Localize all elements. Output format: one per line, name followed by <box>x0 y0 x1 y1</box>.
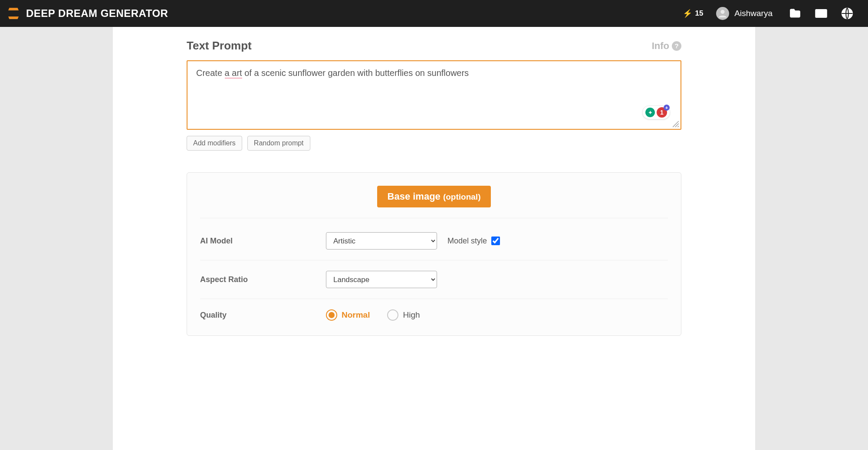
logo-icon <box>8 8 19 19</box>
folder-icon[interactable] <box>787 6 803 21</box>
grammarly-icon: ✦ <box>645 108 655 117</box>
ai-model-label: AI Model <box>200 236 326 246</box>
topbar: DEEP DREAM GENERATOR ⚡ 15 Aishwarya <box>0 0 868 27</box>
site-title: DEEP DREAM GENERATOR <box>26 7 168 20</box>
model-style-label: Model style <box>447 236 487 246</box>
add-modifiers-button[interactable]: Add modifiers <box>187 136 242 151</box>
prompt-section-title: Text Prompt <box>187 39 252 53</box>
radio-icon <box>326 309 337 321</box>
options-panel: Base image (optional) AI Model Artistic … <box>187 172 681 336</box>
info-label: Info <box>652 40 669 52</box>
resize-handle-icon[interactable] <box>673 121 679 127</box>
username: Aishwarya <box>734 9 773 18</box>
credits-count: 15 <box>695 9 703 18</box>
mail-icon[interactable] <box>813 6 829 21</box>
prompt-text[interactable]: Create a art of a scenic sunflower garde… <box>196 67 672 79</box>
info-link[interactable]: Info ? <box>652 40 681 52</box>
page: Text Prompt Info ? Create a art of a sce… <box>113 27 755 450</box>
random-prompt-button[interactable]: Random prompt <box>247 136 310 151</box>
grammarly-widget[interactable]: ✦ 1 + <box>642 105 670 119</box>
radio-icon <box>387 309 398 321</box>
plus-icon: + <box>664 105 670 111</box>
aspect-ratio-label: Aspect Ratio <box>200 275 326 284</box>
spell-error: a art <box>225 68 242 79</box>
quality-high-option[interactable]: High <box>387 309 420 321</box>
bolt-icon: ⚡ <box>683 9 692 18</box>
quality-label: Quality <box>200 311 326 320</box>
prompt-input[interactable]: Create a art of a scenic sunflower garde… <box>187 60 681 130</box>
grammarly-error-count: 1 + <box>657 107 667 118</box>
ai-model-select[interactable]: Artistic <box>326 232 437 250</box>
question-icon: ? <box>672 41 681 51</box>
model-style-checkbox[interactable] <box>491 236 500 245</box>
divider <box>200 218 668 218</box>
energy-credits[interactable]: ⚡ 15 <box>683 9 703 18</box>
avatar-icon <box>716 7 729 20</box>
model-style-toggle[interactable]: Model style <box>447 236 500 246</box>
base-image-button[interactable]: Base image (optional) <box>377 186 491 207</box>
svg-point-0 <box>721 10 725 14</box>
aspect-ratio-select[interactable]: Landscape <box>326 271 437 288</box>
quality-normal-option[interactable]: Normal <box>326 309 370 321</box>
quality-radio-group: Normal High <box>326 309 420 321</box>
user-menu[interactable]: Aishwarya <box>716 7 773 20</box>
globe-icon[interactable] <box>839 6 855 21</box>
logo[interactable]: DEEP DREAM GENERATOR <box>8 7 168 20</box>
